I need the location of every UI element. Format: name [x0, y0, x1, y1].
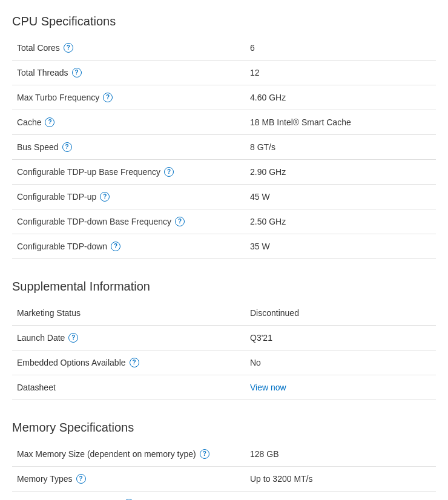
table-row: Max # of Memory Channels?2	[12, 492, 436, 501]
help-icon[interactable]: ?	[130, 358, 139, 367]
spec-value: 4.60 GHz	[245, 85, 436, 110]
spec-label-cell: Max Memory Size (dependent on memory typ…	[12, 442, 245, 467]
help-icon[interactable]: ?	[100, 192, 110, 202]
spec-label-wrapper: Total Threads?	[17, 68, 240, 77]
spec-value: 35 W	[245, 234, 436, 259]
help-icon[interactable]: ?	[175, 217, 185, 226]
spec-label-text: Datasheet	[17, 383, 56, 392]
spec-label-wrapper: Datasheet	[17, 383, 240, 392]
help-icon[interactable]: ?	[64, 43, 73, 53]
table-row: Embedded Options Available?No	[12, 350, 436, 375]
help-icon[interactable]: ?	[200, 449, 209, 459]
spec-label-text: Configurable TDP-down Base Frequency	[17, 217, 171, 226]
spec-label-text: Configurable TDP-up Base Frequency	[17, 167, 160, 177]
table-row: Configurable TDP-down Base Frequency?2.5…	[12, 209, 436, 234]
table-row: Total Threads?12	[12, 61, 436, 85]
help-icon[interactable]: ?	[103, 93, 113, 102]
spec-value: 2	[245, 492, 436, 501]
spec-label-wrapper: Total Cores?	[17, 43, 240, 53]
spec-label-text: Max Turbo Frequency	[17, 93, 99, 102]
help-icon[interactable]: ?	[111, 242, 120, 251]
table-row: Configurable TDP-up Base Frequency?2.90 …	[12, 160, 436, 185]
spec-label-wrapper: Marketing Status	[17, 308, 240, 318]
spec-label-cell: Total Threads?	[12, 61, 245, 85]
spec-value: 6	[245, 36, 436, 61]
spec-table-supplemental-info: Marketing StatusDiscontinuedLaunch Date?…	[12, 301, 436, 400]
spec-label-cell: Launch Date?	[12, 326, 245, 350]
spec-label-wrapper: Configurable TDP-up?	[17, 192, 240, 202]
help-icon[interactable]: ?	[72, 68, 82, 77]
section-gap	[12, 400, 436, 412]
spec-value: Discontinued	[245, 301, 436, 326]
spec-value: 128 GB	[245, 442, 436, 467]
spec-label-cell: Configurable TDP-up?	[12, 185, 245, 209]
spec-value: 45 W	[245, 185, 436, 209]
spec-label-text: Configurable TDP-down	[17, 242, 107, 251]
spec-label-wrapper: Max Turbo Frequency?	[17, 93, 240, 102]
spec-table-cpu-specs: Total Cores?6Total Threads?12Max Turbo F…	[12, 36, 436, 259]
spec-label-text: Total Cores	[17, 43, 60, 53]
spec-label-text: Embedded Options Available	[17, 358, 126, 367]
spec-label-wrapper: Configurable TDP-down?	[17, 242, 240, 251]
spec-label-wrapper: Configurable TDP-up Base Frequency?	[17, 167, 240, 177]
table-row: Marketing StatusDiscontinued	[12, 301, 436, 326]
section-title-supplemental-info: Supplemental Information	[12, 271, 436, 301]
spec-label-cell: Embedded Options Available?	[12, 350, 245, 375]
spec-label-wrapper: Max Memory Size (dependent on memory typ…	[17, 449, 240, 459]
spec-value: 18 MB Intel® Smart Cache	[245, 110, 436, 135]
spec-label-wrapper: Memory Types?	[17, 474, 240, 484]
spec-value: 8 GT/s	[245, 135, 436, 160]
spec-table-memory-specs: Max Memory Size (dependent on memory typ…	[12, 442, 436, 500]
spec-label-cell: Configurable TDP-down Base Frequency?	[12, 209, 245, 234]
help-icon[interactable]: ?	[76, 474, 86, 484]
spec-label-text: Total Threads	[17, 68, 68, 77]
spec-label-text: Memory Types	[17, 474, 73, 484]
table-row: Memory Types?Up to 3200 MT/s	[12, 467, 436, 492]
section-title-cpu-specs: CPU Specifications	[12, 6, 436, 36]
spec-label-cell: Max Turbo Frequency?	[12, 85, 245, 110]
page-container: CPU SpecificationsTotal Cores?6Total Thr…	[0, 0, 448, 500]
spec-value: Q3'21	[245, 326, 436, 350]
spec-label-cell: Configurable TDP-up Base Frequency?	[12, 160, 245, 185]
table-row: Bus Speed?8 GT/s	[12, 135, 436, 160]
spec-value: 2.90 GHz	[245, 160, 436, 185]
spec-label-text: Bus Speed	[17, 142, 59, 152]
spec-label-cell: Configurable TDP-down?	[12, 234, 245, 259]
section-title-memory-specs: Memory Specifications	[12, 412, 436, 442]
table-row: Configurable TDP-down?35 W	[12, 234, 436, 259]
spec-value: 2.50 GHz	[245, 209, 436, 234]
spec-value-link[interactable]: View now	[250, 383, 286, 392]
spec-value: Up to 3200 MT/s	[245, 467, 436, 492]
help-icon[interactable]: ?	[45, 117, 54, 127]
spec-value: No	[245, 350, 436, 375]
spec-label-cell: Marketing Status	[12, 301, 245, 326]
spec-label-cell: Cache?	[12, 110, 245, 135]
spec-label-wrapper: Embedded Options Available?	[17, 358, 240, 367]
table-row: DatasheetView now	[12, 375, 436, 400]
spec-label-cell: Memory Types?	[12, 467, 245, 492]
spec-value-cell: View now	[245, 375, 436, 400]
spec-label-wrapper: Configurable TDP-down Base Frequency?	[17, 217, 240, 226]
spec-label-wrapper: Cache?	[17, 117, 240, 127]
spec-label-text: Max Memory Size (dependent on memory typ…	[17, 449, 196, 459]
spec-label-text: Cache	[17, 117, 41, 127]
table-row: Configurable TDP-up?45 W	[12, 185, 436, 209]
spec-label-wrapper: Launch Date?	[17, 333, 240, 343]
spec-label-wrapper: Bus Speed?	[17, 142, 240, 152]
spec-label-text: Launch Date	[17, 333, 65, 343]
spec-label-cell: Datasheet	[12, 375, 245, 400]
spec-label-text: Marketing Status	[17, 308, 81, 318]
table-row: Total Cores?6	[12, 36, 436, 61]
spec-value: 12	[245, 61, 436, 85]
table-row: Launch Date?Q3'21	[12, 326, 436, 350]
help-icon[interactable]: ?	[164, 167, 174, 177]
spec-label-cell: Total Cores?	[12, 36, 245, 61]
help-icon[interactable]: ?	[68, 333, 78, 343]
table-row: Cache?18 MB Intel® Smart Cache	[12, 110, 436, 135]
spec-label-cell: Max # of Memory Channels?	[12, 492, 245, 501]
section-gap	[12, 259, 436, 271]
table-row: Max Turbo Frequency?4.60 GHz	[12, 85, 436, 110]
help-icon[interactable]: ?	[62, 142, 72, 152]
table-row: Max Memory Size (dependent on memory typ…	[12, 442, 436, 467]
spec-label-text: Configurable TDP-up	[17, 192, 96, 202]
